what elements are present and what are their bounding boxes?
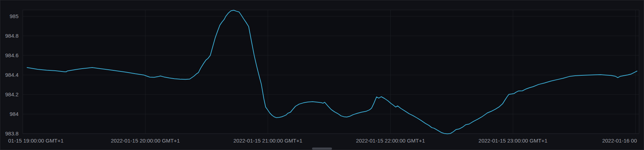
x-tick-label: 2022-01-16 00 [602, 138, 637, 144]
panel-resize-handle[interactable] [312, 148, 332, 150]
y-tick-label: 985 [10, 13, 19, 20]
x-tick-label: 2022-01-15 22:00:00 GMT+1 [356, 138, 425, 144]
y-tick-label: 984.4 [5, 72, 19, 78]
y-tick-label: 983.8 [5, 130, 19, 137]
x-tick-label: 01-15 19:00:00 GMT+1 [8, 138, 64, 144]
x-tick-label: 2022-01-15 23:00:00 GMT+1 [479, 138, 548, 144]
plot-area[interactable] [23, 10, 639, 134]
time-series-panel: 985984.8984.6984.4984.2984983.801-15 19:… [0, 0, 644, 150]
y-tick-label: 984.6 [5, 52, 19, 59]
y-tick-label: 984.8 [5, 33, 19, 39]
line-chart[interactable] [0, 0, 644, 150]
y-tick-label: 984 [10, 111, 19, 117]
y-tick-label: 984.2 [5, 91, 19, 98]
x-tick-label: 2022-01-15 21:00:00 GMT+1 [233, 138, 302, 144]
x-tick-label: 2022-01-15 20:00:00 GMT+1 [111, 138, 180, 144]
